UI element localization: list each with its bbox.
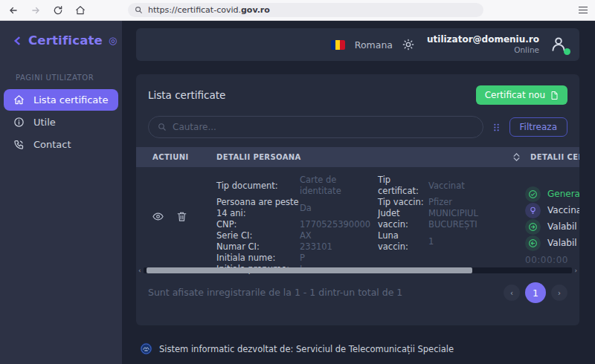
detail-label: Tip document: (216, 181, 300, 192)
detail-value: AX (300, 230, 378, 241)
badge-label: Vaccinat (547, 205, 579, 215)
badge-label: Valabil pa (547, 238, 579, 248)
detail-value: Da (300, 203, 378, 214)
home-icon (13, 94, 25, 105)
sidebar: Certificate ◎ PAGINI UTILIZATOR Lista ce… (0, 21, 122, 364)
validity-timer: 00:00:00 (525, 255, 579, 265)
status-badge: Valabil pa (525, 235, 579, 251)
sidebar-item-lista-certificate[interactable]: Lista certificate (4, 89, 118, 111)
topbar: Romana utilizator@domeniu.ro Online (136, 28, 579, 61)
table-header: ACTIUNI DETALII PERSOANA DETALII CERTIFI… (136, 147, 579, 167)
search-box[interactable] (148, 116, 483, 138)
sidebar-item-label: Contact (33, 139, 71, 150)
person-details: Tip document:Carte de identitate Persoan… (216, 173, 378, 267)
browser-toolbar: https://certificat-covid.gov.ro (0, 0, 595, 21)
search-input[interactable] (173, 122, 474, 132)
user-email: utilizator@domeniu.ro (427, 34, 539, 45)
new-certificate-button[interactable]: Certificat nou (476, 85, 567, 105)
view-eye-icon[interactable] (152, 211, 164, 222)
badge-label: Generat c (547, 189, 579, 199)
check-circle-icon (525, 186, 541, 202)
home-icon[interactable] (74, 4, 86, 16)
certificate-status-badges: Generat c Vaccinat Valabil (525, 173, 579, 267)
new-certificate-label: Certificat nou (485, 90, 545, 100)
search-icon (158, 123, 167, 131)
theme-toggle-sun-icon[interactable] (402, 39, 414, 51)
detail-label: Persoana are peste 14 ani: (216, 197, 300, 219)
detail-label: Initiala nume: (216, 253, 300, 264)
avatar[interactable] (549, 34, 570, 55)
address-bar[interactable]: https://certificat-covid.gov.ro (128, 3, 483, 17)
menu-icon[interactable] (579, 7, 588, 14)
language-label[interactable]: Romana (355, 39, 393, 51)
detail-label: Serie CI: (216, 230, 300, 241)
detail-value: MUNICIPIUL BUCUREȘTI (428, 208, 525, 230)
search-icon (135, 6, 143, 14)
prev-page-button[interactable]: ‹ (504, 285, 520, 301)
delete-trash-icon[interactable] (176, 211, 187, 222)
column-certificate: DETALII CERTIFICAT (530, 153, 579, 161)
records-summary: Sunt afisate inregistrarile de la 1 - 1 … (148, 286, 504, 299)
sidebar-item-utile[interactable]: Utile (4, 111, 118, 133)
certificates-panel: Lista certificate Certificat nou Filtrea… (136, 74, 579, 325)
detail-label: CNP: (216, 219, 300, 230)
info-icon (13, 117, 25, 128)
sidebar-section-label: PAGINI UTILIZATOR (16, 74, 122, 82)
scrollbar-thumb[interactable] (147, 267, 472, 273)
phone-icon (13, 139, 25, 150)
detail-value: Pfizer (428, 197, 525, 208)
romania-flag-icon[interactable] (331, 40, 345, 50)
pagination: ‹ 1 › (504, 282, 567, 303)
column-person: DETALII PERSOANA (216, 153, 530, 161)
status-badge: Vaccinat (525, 202, 579, 218)
forward-icon[interactable] (30, 4, 42, 16)
detail-label: Luna vaccin: (378, 230, 428, 253)
detail-value: 1770525390000 (300, 219, 378, 230)
browser-window: https://certificat-covid.gov.ro Certific… (0, 0, 595, 364)
reload-icon[interactable] (52, 4, 64, 16)
scroll-right-icon[interactable]: › (574, 267, 577, 274)
detail-value: 233101 (300, 241, 378, 253)
detail-label: Numar CI: (216, 241, 300, 253)
sts-logo (140, 342, 152, 355)
columns-grid-icon[interactable] (492, 123, 501, 132)
certificate-details: Tip certificat:Vaccinat Tip vaccin:Pfize… (378, 173, 525, 267)
sidebar-item-label: Lista certificate (33, 94, 108, 105)
arrow-circle-left-icon (525, 235, 541, 251)
detail-label: Tip vaccin: (378, 197, 428, 208)
status-badge: Valabil de (525, 218, 579, 235)
column-person-label: DETALII PERSOANA (216, 153, 301, 161)
table-row: Tip document:Carte de identitate Persoan… (136, 167, 579, 267)
main-content: Romana utilizator@domeniu.ro Online List… (122, 21, 595, 364)
sidebar-toggle-icon[interactable]: ◎ (109, 36, 117, 45)
row-actions (152, 173, 216, 267)
document-icon (550, 91, 559, 100)
column-actions: ACTIUNI (152, 153, 216, 161)
app-logo: Certificate ◎ (0, 21, 122, 48)
page-footer: Sistem informatic dezvoltat de: Serviciu… (136, 342, 579, 355)
current-page-button[interactable]: 1 (525, 282, 546, 303)
vaccine-icon (525, 203, 541, 218)
arrow-circle-right-icon (525, 219, 541, 235)
sidebar-item-label: Utile (33, 117, 56, 128)
next-page-button[interactable]: › (551, 285, 567, 301)
scrollbar-track[interactable] (144, 267, 573, 273)
detail-label: Judet vaccin: (378, 208, 428, 230)
sidebar-item-contact[interactable]: Contact (4, 134, 118, 155)
url-text: https://certificat-covid.gov.ro (148, 5, 270, 15)
detail-value: 1 (428, 236, 525, 247)
back-icon[interactable] (7, 4, 19, 16)
app-title: Certificate (28, 33, 103, 48)
status-badge: Generat c (525, 186, 579, 202)
online-status-dot (564, 48, 570, 55)
sort-icon[interactable] (513, 153, 520, 161)
detail-value: Vaccinat (428, 181, 525, 192)
detail-value: Carte de identitate (300, 175, 378, 197)
footer-text: Sistem informatic dezvoltat de: Serviciu… (159, 344, 454, 354)
scroll-left-icon[interactable]: ‹ (138, 267, 141, 274)
user-status: Online (427, 45, 539, 55)
filter-button[interactable]: Filtreaza (509, 117, 567, 137)
panel-title: Lista certificate (148, 89, 225, 101)
detail-value: P (300, 253, 378, 264)
detail-label: Tip certificat: (378, 175, 428, 197)
